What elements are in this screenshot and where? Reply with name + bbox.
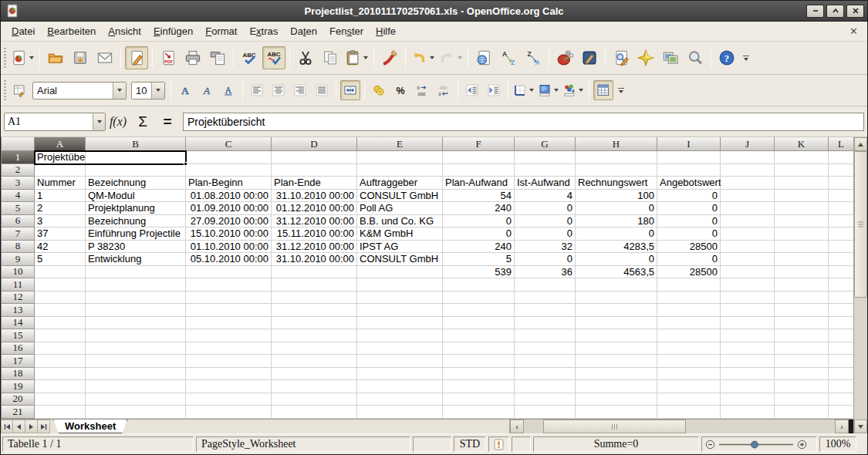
cell-A13[interactable] — [35, 304, 86, 317]
cell-B1[interactable] — [86, 151, 186, 164]
cell-G12[interactable] — [515, 292, 576, 305]
zoom-level-field[interactable]: 100% — [819, 436, 856, 452]
cell-B21[interactable] — [86, 406, 186, 419]
cell-F4[interactable]: 54 — [443, 190, 515, 203]
row-header-19[interactable]: 19 — [2, 380, 35, 393]
cell-L21[interactable] — [829, 406, 853, 419]
cell-F20[interactable] — [443, 393, 515, 406]
cell-J3[interactable] — [721, 177, 775, 190]
function-button[interactable]: = — [157, 112, 178, 132]
add-decimal-button[interactable]: 0.000 — [412, 80, 432, 100]
cell-L11[interactable] — [829, 278, 853, 292]
cell-D16[interactable] — [272, 342, 357, 356]
cell-F1[interactable] — [443, 151, 515, 164]
cell-F16[interactable] — [443, 342, 515, 356]
column-header-J[interactable]: J — [721, 137, 775, 151]
cell-G5[interactable]: 0 — [515, 202, 576, 215]
cell-J10[interactable] — [721, 266, 775, 279]
cell-K7[interactable] — [775, 228, 829, 241]
cell-F3[interactable]: Plan-Aufwand — [443, 177, 515, 190]
cell-J13[interactable] — [721, 304, 775, 317]
cell-J17[interactable] — [721, 355, 775, 368]
cell-G7[interactable]: 0 — [515, 228, 576, 241]
cell-A4[interactable]: 1 — [35, 190, 86, 203]
cell-C13[interactable] — [186, 304, 272, 317]
sum-button[interactable]: Σ — [132, 112, 154, 132]
cell-D8[interactable]: 31.12.2010 00:00 — [272, 241, 357, 254]
cell-E3[interactable]: Auftraggeber — [357, 177, 443, 190]
cell-B4[interactable]: QM-Modul — [86, 190, 186, 203]
underline-button[interactable]: A — [218, 80, 238, 100]
cell-C12[interactable] — [186, 292, 272, 305]
cell-E17[interactable] — [357, 355, 443, 368]
cell-L4[interactable] — [829, 190, 853, 203]
cell-D2[interactable] — [272, 164, 357, 177]
zoom-button[interactable] — [684, 46, 707, 69]
italic-button[interactable]: A — [197, 80, 217, 100]
cell-F6[interactable]: 0 — [443, 215, 515, 228]
cell-B15[interactable] — [86, 329, 186, 342]
cell-L8[interactable] — [829, 241, 853, 254]
cell-C18[interactable] — [186, 368, 272, 381]
cell-D17[interactable] — [272, 355, 357, 368]
scroll-up-button[interactable] — [854, 137, 867, 151]
cell-A15[interactable] — [35, 329, 86, 342]
cell-J5[interactable] — [721, 202, 775, 215]
cell-H21[interactable] — [576, 406, 657, 419]
row-header-13[interactable]: 13 — [2, 304, 35, 317]
currency-button[interactable] — [369, 80, 389, 100]
cell-B18[interactable] — [86, 368, 186, 381]
cell-K2[interactable] — [775, 164, 829, 177]
cell-E13[interactable] — [357, 304, 443, 317]
cell-E10[interactable] — [357, 266, 443, 279]
cell-A16[interactable] — [35, 342, 86, 356]
hyperlink-button[interactable] — [472, 46, 495, 69]
cell-E12[interactable] — [357, 292, 443, 305]
cell-I7[interactable]: 0 — [657, 228, 721, 241]
bold-button[interactable]: A — [175, 80, 195, 100]
format-paintbrush-button[interactable] — [378, 46, 401, 69]
cell-J6[interactable] — [721, 215, 775, 228]
cell-K20[interactable] — [775, 393, 829, 406]
cell-E7[interactable]: K&M GmbH — [357, 228, 443, 241]
cell-I12[interactable] — [657, 292, 721, 305]
cell-B11[interactable] — [86, 278, 186, 292]
column-header-E[interactable]: E — [357, 137, 443, 151]
cell-E18[interactable] — [357, 368, 443, 381]
merge-cells-button[interactable] — [340, 80, 360, 100]
cell-C11[interactable] — [186, 278, 272, 292]
cell-B16[interactable] — [86, 342, 186, 356]
cell-A19[interactable] — [35, 380, 86, 393]
menu-hilfe[interactable]: Hilfe — [370, 23, 402, 39]
cell-J19[interactable] — [721, 380, 775, 393]
next-sheet-button[interactable] — [25, 420, 38, 433]
align-justify-button[interactable] — [312, 80, 332, 100]
cell-A17[interactable] — [35, 355, 86, 368]
cell-C16[interactable] — [186, 342, 272, 356]
cell-K8[interactable] — [775, 241, 829, 254]
cell-I19[interactable] — [657, 380, 721, 393]
toolbar-grip[interactable] — [4, 80, 6, 100]
row-header-8[interactable]: 8 — [2, 241, 35, 254]
cell-F13[interactable] — [443, 304, 515, 317]
row-header-5[interactable]: 5 — [2, 202, 35, 215]
cut-button[interactable] — [294, 46, 317, 69]
scroll-down-button[interactable] — [854, 420, 867, 433]
cell-K12[interactable] — [775, 292, 829, 305]
cell-I17[interactable] — [657, 355, 721, 368]
toolbar-grip[interactable] — [4, 48, 6, 68]
cell-J2[interactable] — [721, 164, 775, 177]
cell-A18[interactable] — [35, 368, 86, 381]
cell-D14[interactable] — [272, 317, 357, 330]
cell-H17[interactable] — [576, 355, 657, 368]
cell-J16[interactable] — [721, 342, 775, 356]
edit-file-button[interactable] — [125, 46, 148, 69]
align-center-button[interactable] — [269, 80, 289, 100]
scroll-left-button[interactable]: ‹ — [510, 420, 524, 433]
cell-C1[interactable] — [186, 151, 272, 164]
cell-A11[interactable] — [35, 278, 86, 292]
menu-extras[interactable]: Extras — [243, 23, 284, 39]
menu-datei[interactable]: Datei — [5, 23, 41, 39]
cell-C15[interactable] — [186, 329, 272, 342]
column-header-A[interactable]: A — [35, 137, 86, 151]
